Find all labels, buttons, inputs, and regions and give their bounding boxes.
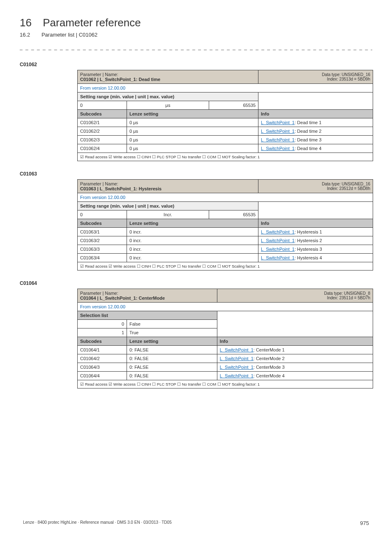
page-header: 16 Parameter reference 16.2 Parameter li… <box>20 16 372 38</box>
page-footer: Lenze · 8400 protec HighLine · Reference… <box>20 520 372 525</box>
version-link[interactable]: From version 12.00.00 <box>80 195 125 200</box>
table-row: C01062/2 0 μs L_SwitchPoint_1: Dead time… <box>78 127 373 136</box>
table-row: C01063/1 0 incr. L_SwitchPoint_1: Hyster… <box>78 228 373 236</box>
table-row: C01064/2 0: FALSE L_SwitchPoint_1: Cente… <box>78 354 373 363</box>
access-row: ☑ Read access ☑ Write access ☐ CINH ☐ PL… <box>78 153 373 161</box>
param-label: Parameter | Name: <box>80 72 118 77</box>
page-number: 975 <box>360 520 369 526</box>
table-row: C01062/4 0 μs L_SwitchPoint_1: Dead time… <box>78 144 373 153</box>
table-row: C01064/1 0: FALSE L_SwitchPoint_1: Cente… <box>78 346 373 354</box>
table-row: C01063/3 0 incr. L_SwitchPoint_1: Hyster… <box>78 245 373 254</box>
divider-dashes: _ _ _ _ _ _ _ _ _ _ _ _ _ _ _ _ _ _ _ _ … <box>20 44 372 50</box>
range-max: 65535 <box>209 101 258 110</box>
range-unit: μs <box>127 101 209 110</box>
footer-text: Lenze · 8400 protec HighLine · Reference… <box>23 520 172 525</box>
section-id-3: C01064 <box>20 280 372 286</box>
subchapter-title: Parameter list | C01062 <box>42 32 97 38</box>
subcodes-h1: Subcodes <box>78 110 127 118</box>
param-table-1: Parameter | Name: C01062 | L_SwitchPoint… <box>77 70 373 161</box>
table-row: C01064/4 0: FALSE L_SwitchPoint_1: Cente… <box>78 372 373 380</box>
param-name: C01062 | L_SwitchPoint_1: Dead time <box>80 77 160 82</box>
dtype-line1: Data type: UNSIGNED_16 <box>322 72 370 77</box>
subcodes-h2: Lenze setting <box>127 110 258 118</box>
subchapter-number: 16.2 <box>20 32 30 38</box>
chapter-title: Parameter reference <box>43 16 141 29</box>
version-link[interactable]: From version 12.00.00 <box>80 86 125 90</box>
version-link[interactable]: From version 12.00.00 <box>80 304 125 309</box>
param-table-2: Parameter | Name: C01063 | L_SwitchPoint… <box>77 179 373 271</box>
subcodes-h3: Info <box>258 110 373 118</box>
section-id-1: C01062 <box>20 62 372 67</box>
table-row: C01062/1 0 μs L_SwitchPoint_1: Dead time… <box>78 118 373 127</box>
table-row: C01064/3 0: FALSE L_SwitchPoint_1: Cente… <box>78 363 373 372</box>
range-header: Setting range (min. value | unit | max. … <box>80 94 174 99</box>
chapter-number: 16 <box>20 16 32 29</box>
param-table-3: Parameter | Name: C01064 | L_SwitchPoint… <box>77 289 373 388</box>
section-id-2: C01063 <box>20 171 372 177</box>
table-row: C01063/4 0 incr. L_SwitchPoint_1: Hyster… <box>78 254 373 262</box>
table-row: C01063/2 0 incr. L_SwitchPoint_1: Hyster… <box>78 236 373 245</box>
dtype-line2: Index: 23513d = 5BD9h <box>327 77 370 81</box>
range-min: 0 <box>78 101 127 110</box>
table-row: C01062/3 0 μs L_SwitchPoint_1: Dead time… <box>78 136 373 144</box>
